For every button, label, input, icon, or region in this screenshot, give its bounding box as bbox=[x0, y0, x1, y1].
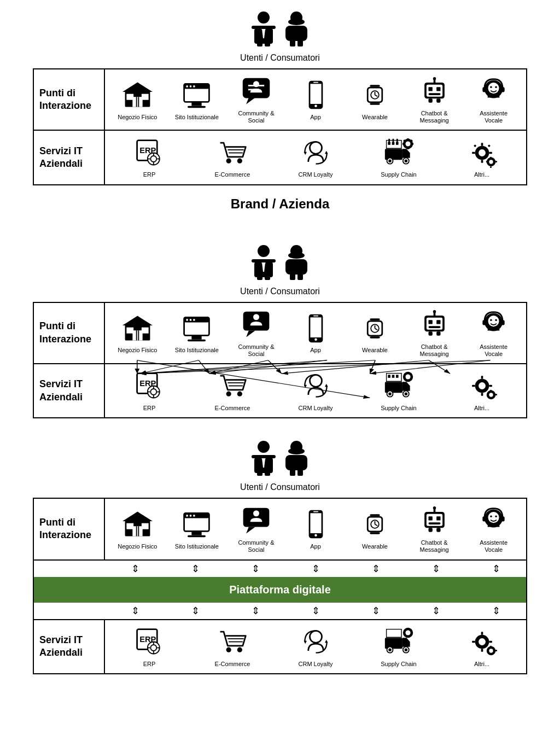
svg-point-0 bbox=[258, 11, 270, 24]
erp-item-1: ERP ERP bbox=[127, 136, 171, 178]
app-icon-1 bbox=[299, 79, 332, 112]
svg-rect-286 bbox=[384, 638, 402, 649]
user-female-icon bbox=[283, 11, 310, 51]
diagram2-section: Utenti / Consumatori Punti diInterazione bbox=[33, 244, 527, 419]
svg-rect-156 bbox=[436, 331, 440, 335]
community-label-1: Community &Social bbox=[238, 110, 274, 124]
svg-rect-80 bbox=[388, 142, 390, 145]
svg-rect-11 bbox=[298, 40, 303, 46]
svg-marker-177 bbox=[325, 384, 328, 387]
svg-point-103 bbox=[489, 160, 493, 164]
svg-rect-155 bbox=[428, 331, 432, 335]
svg-rect-45 bbox=[428, 87, 432, 91]
svg-point-191 bbox=[479, 383, 486, 390]
supply-label-1: Supply Chain bbox=[381, 171, 416, 178]
svg-rect-270 bbox=[501, 516, 504, 521]
community-item-2: Community &Social bbox=[234, 308, 278, 358]
arrow-down-1: ⇕ bbox=[131, 563, 139, 575]
chatbot-item-1: Chatbot &Messaging bbox=[412, 75, 456, 124]
svg-rect-303 bbox=[490, 646, 492, 649]
sito-item-1: Sito Istituzionale bbox=[175, 79, 219, 121]
svg-rect-56 bbox=[482, 87, 486, 92]
diagram-box-1: Punti diInterazione bbox=[33, 68, 527, 185]
svg-point-280 bbox=[237, 648, 242, 652]
svg-rect-100 bbox=[474, 144, 476, 147]
community-item-1: Community &Social bbox=[234, 75, 278, 124]
altri-label-1: Altri... bbox=[474, 171, 489, 178]
svg-rect-82 bbox=[396, 142, 399, 145]
svg-point-66 bbox=[226, 158, 231, 163]
servizi-row-3: Servizi ITAziendali ERP bbox=[34, 619, 526, 673]
svg-rect-250 bbox=[370, 532, 380, 534]
arrows-up-row: ⇕ ⇕ ⇕ ⇕ ⇕ ⇕ ⇕ bbox=[34, 603, 526, 619]
svg-rect-107 bbox=[494, 161, 497, 162]
svg-rect-15 bbox=[126, 94, 133, 100]
arrow-down-5: ⇕ bbox=[372, 563, 380, 575]
crm-item-3: CRM Loyalty bbox=[294, 626, 337, 668]
svg-rect-81 bbox=[392, 142, 394, 145]
svg-point-67 bbox=[237, 158, 242, 163]
negozio-icon-1 bbox=[121, 79, 154, 112]
users-label-3: Utenti / Consumatori bbox=[33, 482, 527, 492]
crm-item-1: CRM Loyalty bbox=[294, 136, 337, 178]
servizi-label-2: Servizi ITAziendali bbox=[34, 364, 105, 417]
svg-rect-122 bbox=[132, 330, 142, 340]
diagram1-section: Utenti / Consumatori Punti diInterazione bbox=[33, 11, 527, 223]
svg-point-31 bbox=[253, 81, 259, 87]
section-gap-1 bbox=[33, 223, 527, 244]
svg-rect-9 bbox=[285, 26, 307, 41]
altri-item-1: Altri... bbox=[460, 136, 504, 178]
svg-rect-195 bbox=[489, 385, 492, 387]
svg-point-87 bbox=[405, 141, 410, 146]
user-female-icon-2 bbox=[283, 244, 310, 284]
svg-point-70 bbox=[310, 142, 322, 154]
svg-rect-36 bbox=[370, 85, 380, 87]
arrow-up-6: ⇕ bbox=[432, 605, 440, 617]
ecommerce-icon-1 bbox=[216, 136, 249, 169]
platform-label: Piattaforma digitale bbox=[229, 584, 331, 596]
svg-point-224 bbox=[288, 448, 305, 454]
svg-point-49 bbox=[433, 77, 436, 80]
svg-rect-246 bbox=[310, 514, 321, 534]
svg-rect-83 bbox=[388, 139, 390, 142]
svg-point-95 bbox=[479, 149, 486, 156]
svg-rect-10 bbox=[290, 40, 295, 46]
supply-item-2: Supply Chain bbox=[377, 370, 421, 412]
svg-point-267 bbox=[490, 515, 492, 517]
svg-point-133 bbox=[193, 319, 195, 321]
svg-rect-73 bbox=[384, 149, 402, 160]
sito-item-3: Sito Istituzionale bbox=[175, 508, 219, 550]
svg-marker-284 bbox=[304, 641, 307, 644]
svg-point-132 bbox=[190, 319, 192, 321]
arrow-down-7: ⇕ bbox=[492, 563, 500, 575]
svg-rect-259 bbox=[436, 516, 440, 520]
svg-rect-238 bbox=[188, 535, 206, 538]
erp-item-2: ERP ERP bbox=[127, 370, 171, 412]
svg-rect-141 bbox=[370, 318, 380, 320]
svg-rect-185 bbox=[388, 375, 390, 378]
servizi-row-1: Servizi ITAziendali ERP bbox=[34, 131, 526, 184]
svg-rect-193 bbox=[481, 393, 483, 396]
svg-rect-3 bbox=[257, 43, 262, 46]
svg-point-172 bbox=[237, 392, 242, 396]
svg-marker-13 bbox=[122, 83, 153, 92]
users-section-3: Utenti / Consumatori bbox=[33, 440, 527, 492]
altri-icon-1 bbox=[465, 136, 498, 169]
svg-point-289 bbox=[388, 648, 392, 651]
svg-point-268 bbox=[495, 515, 497, 517]
svg-rect-37 bbox=[370, 103, 380, 105]
svg-rect-105 bbox=[490, 166, 492, 168]
altri-item-2: Altri... bbox=[460, 370, 504, 412]
svg-rect-161 bbox=[482, 320, 486, 325]
users-label-1: Utenti / Consumatori bbox=[33, 53, 527, 63]
arrow-up-2: ⇕ bbox=[191, 605, 200, 617]
svg-marker-179 bbox=[402, 382, 410, 392]
diagram-box-2: Punti diInterazione bbox=[33, 302, 527, 419]
user-male-icon-3 bbox=[250, 440, 277, 480]
svg-rect-300 bbox=[489, 641, 492, 643]
users-section-1: Utenti / Consumatori bbox=[33, 11, 527, 63]
erp-item-3: ERP ERP bbox=[127, 626, 171, 668]
assistente-item-3: AssistenteVocale bbox=[472, 504, 516, 553]
negozio-item-3: Negozio Fisico bbox=[115, 508, 159, 550]
svg-rect-199 bbox=[494, 394, 497, 396]
